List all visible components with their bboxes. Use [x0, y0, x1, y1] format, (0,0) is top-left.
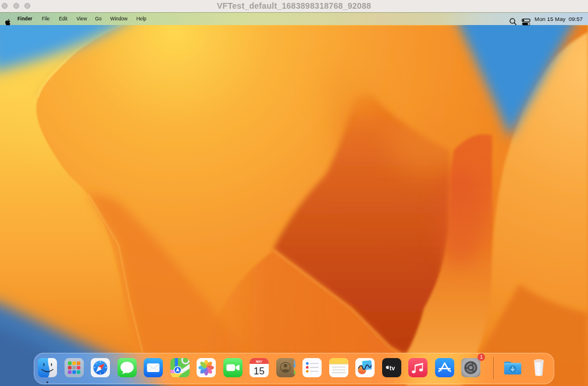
svg-text:15: 15: [254, 366, 265, 377]
svg-text:tv: tv: [389, 364, 394, 371]
svg-text:MAY: MAY: [256, 360, 262, 363]
